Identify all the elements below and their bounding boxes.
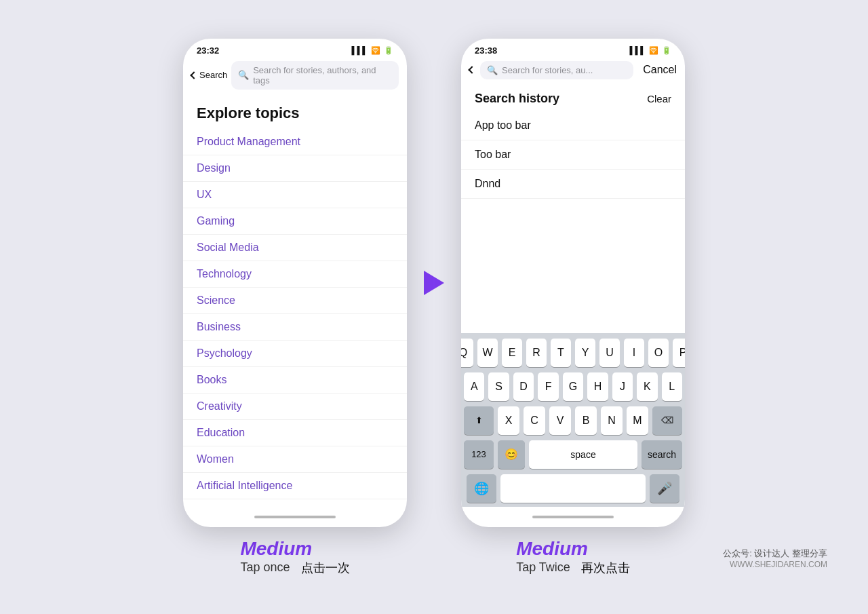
key-l[interactable]: L [662, 372, 682, 401]
left-search-bar[interactable]: 🔍 Search for stories, authors, and tags [231, 61, 399, 90]
left-sublabel: Tap once 点击一次 [240, 560, 349, 576]
key-w[interactable]: W [477, 339, 498, 367]
history-item[interactable]: App too bar [461, 111, 685, 140]
battery-icon: 🔋 [384, 46, 393, 55]
key-j[interactable]: J [612, 372, 633, 401]
left-home-bar [254, 516, 336, 518]
phones-wrapper: 23:32 ▌▌▌ 🛜 🔋 Search 🔍 Search [183, 39, 685, 576]
key-b[interactable]: B [575, 406, 597, 435]
history-item[interactable]: Dnnd [461, 170, 685, 199]
left-time: 23:32 [197, 45, 219, 56]
key-s[interactable]: S [488, 372, 509, 401]
keyboard-row-3: ⬆ X C V B N M ⌫ [464, 406, 682, 435]
arrow-container [407, 39, 461, 527]
cancel-button[interactable]: Cancel [637, 64, 677, 76]
left-phone-column: 23:32 ▌▌▌ 🛜 🔋 Search 🔍 Search [183, 39, 407, 576]
right-sublabel: Tap Twice 再次点击 [516, 560, 630, 576]
space-key[interactable]: space [529, 440, 637, 469]
topic-item[interactable]: Psychology [183, 341, 407, 367]
left-home-indicator [183, 507, 407, 527]
right-back-chevron-icon [468, 66, 475, 73]
history-item[interactable]: Too bar [461, 140, 685, 170]
num-key[interactable]: 123 [464, 440, 494, 469]
topic-item[interactable]: Design [183, 155, 407, 182]
left-nav-back[interactable]: Search [191, 70, 227, 80]
keyboard-bottom-row: 123 😊 space search [464, 440, 682, 469]
key-h[interactable]: H [587, 372, 608, 401]
signal-icon: ▌▌▌ [352, 46, 368, 54]
topic-item[interactable]: UX [183, 182, 407, 208]
wifi-icon: 🛜 [371, 46, 380, 55]
right-status-bar: 23:38 ▌▌▌ 🛜 🔋 [461, 39, 685, 58]
right-wifi-icon: 🛜 [649, 46, 658, 55]
left-phone-content: Explore topics Product ManagementDesignU… [183, 95, 407, 507]
left-status-bar: 23:32 ▌▌▌ 🛜 🔋 [183, 39, 407, 58]
key-q[interactable]: Q [461, 339, 473, 367]
key-u[interactable]: U [599, 339, 620, 367]
topic-item[interactable]: Gaming [183, 208, 407, 235]
right-phone-label: Medium Tap Twice 再次点击 [516, 538, 630, 576]
key-c[interactable]: C [524, 406, 545, 435]
key-r[interactable]: R [526, 339, 547, 367]
right-phone-column: 23:38 ▌▌▌ 🛜 🔋 🔍 Search for stories, au..… [461, 39, 685, 576]
right-home-bar [532, 516, 614, 518]
left-phone-label: Medium Tap once 点击一次 [240, 538, 349, 576]
topic-item[interactable]: Creativity [183, 394, 407, 420]
key-i[interactable]: I [624, 339, 644, 367]
key-p[interactable]: P [673, 339, 685, 367]
right-time: 23:38 [475, 45, 497, 56]
key-f[interactable]: F [538, 372, 558, 401]
right-battery-icon: 🔋 [662, 46, 671, 55]
keyboard: QWERTYUIOP ASDFGHJKL ⬆ X C V B N M ⌫ [461, 333, 685, 507]
backspace-key[interactable]: ⌫ [652, 406, 682, 435]
explore-title: Explore topics [183, 102, 407, 129]
left-nav-bar: Search 🔍 Search for stories, authors, an… [183, 58, 407, 95]
topic-item[interactable]: Product Management [183, 129, 407, 155]
topics-list: Product ManagementDesignUXGamingSocial M… [183, 129, 407, 507]
key-a[interactable]: A [464, 372, 484, 401]
mic-key[interactable]: 🎤 [650, 474, 679, 503]
topic-item[interactable]: Science [183, 288, 407, 314]
topic-item[interactable]: Books [183, 367, 407, 394]
key-d[interactable]: D [513, 372, 534, 401]
topic-item[interactable]: Business [183, 314, 407, 341]
right-nav-bar: 🔍 Search for stories, au... Cancel [461, 58, 685, 85]
back-chevron-icon [190, 71, 197, 79]
topic-item[interactable]: Education [183, 420, 407, 446]
left-status-icons: ▌▌▌ 🛜 🔋 [352, 46, 393, 55]
right-search-bar[interactable]: 🔍 Search for stories, au... [480, 61, 633, 79]
search-history-section: Search history Clear App too barToo barD… [461, 85, 685, 199]
left-back-label: Search [199, 70, 227, 80]
left-search-icon: 🔍 [238, 70, 249, 80]
globe-key[interactable]: 🌐 [467, 474, 496, 503]
keyboard-row-1: QWERTYUIOP [464, 339, 682, 367]
topic-item[interactable]: Women [183, 446, 407, 473]
key-k[interactable]: K [637, 372, 657, 401]
key-t[interactable]: T [551, 339, 571, 367]
main-container: 23:32 ▌▌▌ 🛜 🔋 Search 🔍 Search [0, 25, 868, 590]
key-m[interactable]: M [627, 406, 648, 435]
shift-key[interactable]: ⬆ [464, 406, 494, 435]
right-home-indicator [461, 507, 685, 527]
search-key[interactable]: search [642, 440, 682, 469]
clear-button[interactable]: Clear [647, 93, 671, 104]
emoji-key[interactable]: 😊 [498, 440, 525, 469]
keyboard-globe-row: 🌐 🎤 [464, 474, 682, 504]
key-n[interactable]: N [601, 406, 623, 435]
right-search-icon: 🔍 [487, 65, 498, 75]
space-wide-key[interactable] [500, 474, 646, 503]
right-nav-back[interactable] [469, 67, 476, 73]
topic-item[interactable]: Technology [183, 261, 407, 288]
right-phone: 23:38 ▌▌▌ 🛜 🔋 🔍 Search for stories, au..… [461, 39, 685, 527]
play-arrow-icon [424, 271, 444, 295]
key-g[interactable]: G [563, 372, 583, 401]
key-y[interactable]: Y [575, 339, 595, 367]
right-status-icons: ▌▌▌ 🛜 🔋 [630, 46, 671, 55]
key-x[interactable]: X [498, 406, 519, 435]
topic-item[interactable]: Health [183, 499, 407, 507]
key-e[interactable]: E [502, 339, 522, 367]
topic-item[interactable]: Artificial Intelligence [183, 473, 407, 499]
key-o[interactable]: O [648, 339, 669, 367]
key-v[interactable]: V [549, 406, 571, 435]
topic-item[interactable]: Social Media [183, 235, 407, 261]
